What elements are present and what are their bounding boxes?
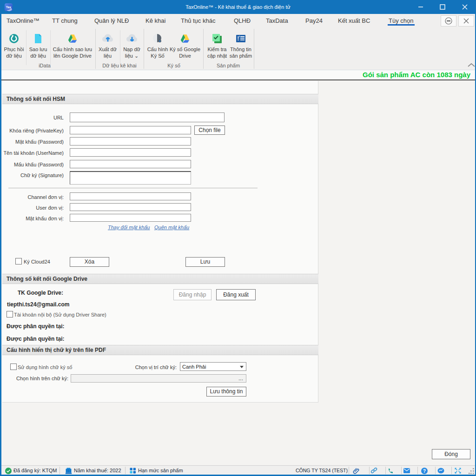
svg-text:?: ? xyxy=(423,469,426,474)
